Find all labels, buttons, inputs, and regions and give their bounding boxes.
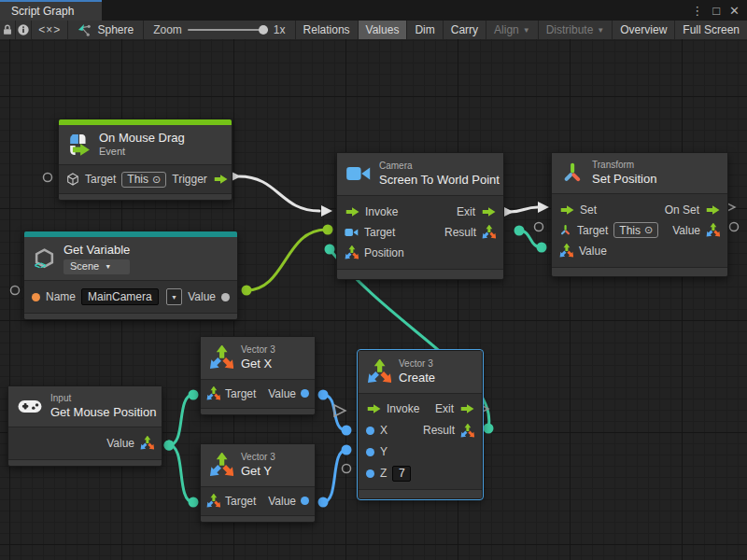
invoke-port-label: Invoke — [387, 402, 419, 415]
y-port-label: Y — [380, 445, 388, 458]
window-menu-icon[interactable]: ⋮ — [691, 4, 703, 18]
y-port[interactable] — [366, 448, 374, 456]
graph-asset-button[interactable]: Sphere — [68, 21, 144, 39]
vector3-port-icon[interactable] — [460, 424, 474, 438]
relations-button[interactable]: Relations — [296, 21, 359, 39]
target-port-label: Target — [225, 387, 256, 400]
vector3-icon — [209, 345, 233, 370]
vector3-port-icon[interactable] — [559, 244, 573, 258]
flow-port-icon[interactable] — [459, 404, 474, 413]
node-footer — [201, 515, 315, 522]
name-port[interactable] — [32, 293, 40, 301]
graph-asset-name: Sphere — [97, 23, 134, 36]
tab-script-graph[interactable]: Script Graph — [0, 0, 102, 21]
value-port-label: Value — [188, 290, 216, 303]
node-vector3-get-x[interactable]: Vector 3 Get X Target Value — [200, 336, 316, 415]
node-footer — [359, 489, 482, 498]
vector3-port-icon[interactable] — [706, 223, 720, 237]
values-button[interactable]: Values — [359, 21, 408, 39]
vector3-port-icon[interactable] — [345, 245, 359, 259]
wire-on_mouse_drag.trigger-to-camera.invoke — [239, 176, 319, 211]
zoom-value: 1x — [274, 23, 286, 36]
variable-name-field[interactable]: MainCamera — [81, 288, 159, 305]
lock-icon — [1, 23, 14, 36]
node-category: Camera — [379, 161, 500, 173]
port-row: Name MainCamera ▼ Value — [24, 285, 237, 309]
transform-port-icon[interactable] — [559, 224, 571, 236]
value-port-label: Value — [268, 387, 296, 400]
z-port-label: Z — [380, 467, 387, 480]
camera-port-icon[interactable] — [345, 228, 359, 237]
variable-scope-dropdown[interactable]: Scene ▼ — [63, 259, 130, 274]
vector3-port-icon[interactable] — [206, 494, 220, 508]
node-get-mouse-position[interactable]: Input Get Mouse Position Value — [7, 385, 162, 467]
target-this-chip[interactable]: This ⊙ — [613, 222, 658, 238]
node-footer — [552, 267, 727, 276]
node-get-variable[interactable]: Get Variable Scene ▼ Name MainCamera ▼ — [23, 231, 238, 320]
value-port-label: Value — [268, 495, 296, 508]
node-title: Get X — [241, 357, 275, 371]
z-port[interactable] — [366, 469, 374, 478]
wire-get_variable.value-to-camera.target — [247, 230, 326, 290]
scene-variable-icon — [34, 248, 55, 270]
zoom-slider-handle[interactable] — [259, 25, 268, 35]
target-port-label: Target — [85, 173, 116, 186]
vector3-port-icon[interactable] — [482, 225, 496, 239]
zoom-control: Zoom 1x — [144, 21, 295, 39]
vector3-port-icon[interactable] — [140, 436, 154, 450]
align-button[interactable]: Align▼ — [486, 21, 539, 39]
value-port[interactable] — [301, 497, 309, 505]
code-preview-button[interactable]: <×> — [32, 21, 68, 39]
overview-button[interactable]: Overview — [613, 21, 675, 39]
flow-port-icon[interactable] — [559, 205, 574, 215]
node-screen-to-world-point[interactable]: Camera Screen To World Point Invoke Exit… — [336, 152, 504, 280]
port-row: Value — [552, 241, 727, 261]
value-port[interactable] — [221, 293, 230, 301]
x-port-label: X — [380, 424, 388, 437]
variable-name-dropdown-button[interactable]: ▼ — [166, 288, 182, 305]
distribute-button[interactable]: Distribute▼ — [539, 21, 613, 39]
carry-button[interactable]: Carry — [444, 21, 486, 39]
wire-camera.exit-to-transform.set — [510, 207, 538, 212]
graph-canvas[interactable]: On Mouse Drag Event Target This ⊙ Trigge… — [0, 39, 747, 560]
zoom-slider[interactable] — [188, 29, 268, 31]
port-row: Target Result — [337, 222, 503, 243]
maximize-icon[interactable]: □ — [712, 4, 720, 18]
camera-icon — [346, 165, 371, 182]
flow-port-icon[interactable] — [366, 404, 381, 413]
node-on-mouse-drag[interactable]: On Mouse Drag Event Target This ⊙ Trigge… — [58, 119, 233, 201]
info-button[interactable] — [16, 21, 33, 39]
node-vector3-create[interactable]: Vector 3 Create Invoke Exit X — [358, 350, 483, 499]
target-this-chip[interactable]: This ⊙ — [121, 172, 166, 188]
value-port-label: Value — [106, 437, 134, 450]
lock-button[interactable] — [0, 21, 16, 39]
port-row: Value — [8, 433, 162, 454]
port-row: Position — [337, 243, 503, 263]
port-row: Invoke Exit — [337, 202, 503, 222]
port-row: Z 7 — [359, 463, 482, 484]
target-port-label: Target — [577, 224, 608, 237]
fullscreen-button[interactable]: Full Screen — [675, 21, 747, 39]
node-category: Vector 3 — [241, 452, 275, 464]
vector3-port-icon[interactable] — [206, 386, 220, 400]
port-row: Target Value — [201, 384, 315, 404]
node-vector3-get-y[interactable]: Vector 3 Get Y Target Value — [200, 443, 316, 523]
value-port[interactable] — [301, 389, 309, 398]
node-title: On Mouse Drag — [99, 131, 185, 146]
code-icon: <×> — [38, 23, 61, 36]
target-port-label: Target — [364, 226, 395, 239]
x-port[interactable] — [366, 427, 374, 435]
flow-port-icon[interactable] — [481, 207, 496, 217]
wire-get_x.value-to-create.x — [323, 395, 346, 430]
z-value-field[interactable]: 7 — [392, 466, 411, 482]
flow-port-icon[interactable] — [345, 207, 359, 217]
close-icon[interactable]: ✕ — [729, 4, 740, 18]
flow-port-icon[interactable] — [213, 175, 228, 184]
node-set-position[interactable]: Transform Set Position Set On Set Target — [551, 152, 728, 277]
dim-button[interactable]: Dim — [407, 21, 443, 39]
transform-icon — [561, 161, 584, 184]
chevron-down-icon: ▼ — [597, 26, 604, 35]
object-picker-icon: ⊙ — [152, 174, 161, 186]
on-set-port-label: On Set — [665, 203, 699, 217]
flow-port-icon[interactable] — [705, 205, 720, 215]
